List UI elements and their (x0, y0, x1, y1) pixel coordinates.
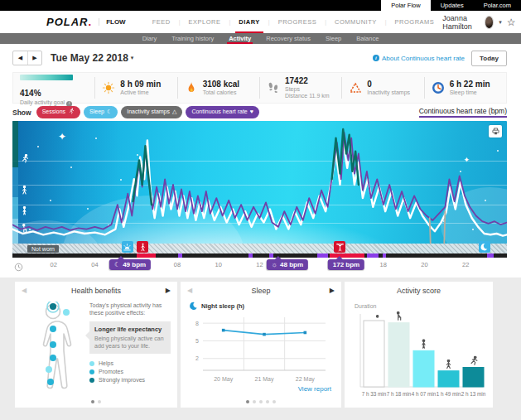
run-person-icon (471, 356, 477, 364)
activity-line (12, 140, 507, 235)
pagination-dots (181, 400, 341, 403)
subnav-item-activity[interactable]: Activity (221, 33, 258, 44)
stat-daily-activity-goal: 414%Daily activity goali (13, 77, 94, 99)
card-header: ◀ Sleep ▶ (181, 287, 341, 298)
nav-item-explore[interactable]: EXPLORE (181, 11, 229, 33)
nav-item-feed[interactable]: FEED (144, 11, 179, 33)
stat-content: 414%Daily activity goali (20, 69, 88, 106)
sleep-start-marker (479, 241, 490, 253)
stat-sleep-time: 6 h 22 minSleep time (424, 77, 506, 99)
card-header: ◀ Health benefits ▶ (15, 287, 177, 298)
heart-rate-svg (12, 121, 507, 244)
topbar-item-polar-com[interactable]: Polar.com (474, 0, 521, 11)
print-button[interactable] (489, 125, 502, 138)
pill-sessions[interactable]: Sessions (36, 106, 80, 118)
pill-label: Inactivity stamps (127, 109, 170, 115)
walk-person-icon (446, 360, 450, 368)
nav-item-community[interactable]: COMMUNITY (326, 11, 385, 33)
warning-icon (349, 81, 362, 94)
score-bar-label: 4 h 07 min (411, 391, 436, 397)
show-filter-row: Show SessionsSleep☾Inactivity stamps△Con… (12, 104, 507, 121)
duration-axis-label: Duration (345, 298, 493, 309)
info-icon: i (373, 55, 379, 61)
subnav-item-diary[interactable]: Diary (135, 33, 165, 44)
card-prev-arrow[interactable]: ◀ (187, 287, 192, 294)
page-dot-3[interactable] (259, 400, 263, 403)
date-dropdown-icon[interactable]: ▾ (131, 55, 134, 61)
score-bar-label: 7 h 18 min (386, 391, 411, 397)
view-report-link[interactable]: View report (298, 385, 331, 393)
score-bar-label: 1 h 49 min (436, 391, 461, 397)
card-next-arrow[interactable]: ▶ (330, 287, 335, 294)
subnav-item-balance[interactable]: Balance (349, 33, 386, 44)
health-benefits-card: ◀ Health benefits ▶ Today's physical act… (15, 282, 177, 408)
topbar-item-polar-flow[interactable]: Polar Flow (381, 0, 430, 11)
stat-content: 8 h 09 minActive time (120, 80, 161, 96)
next-day-button[interactable]: ▶ (27, 51, 41, 65)
stat-content: 6 h 22 minSleep time (450, 80, 490, 96)
card-next-arrow[interactable]: ▶ (166, 287, 171, 294)
page-dot-1[interactable] (246, 400, 249, 403)
time-tick-20: 20 (421, 261, 427, 268)
bpm-value: 172 bpm (333, 261, 359, 268)
sleep-line-chart: 85220 May21 May22 May (190, 312, 332, 389)
bpm-value: 48 bpm (280, 261, 303, 268)
page-dot-4[interactable] (266, 400, 269, 403)
pill-continuous-heart-rate[interactable]: Continuous heart rate♥ (186, 106, 258, 118)
stat-label: Steps (285, 86, 330, 93)
legend-label: Strongly improves (99, 377, 145, 383)
stat-value: 0 (367, 80, 410, 89)
clock-icon (432, 81, 445, 94)
page-dot-2[interactable] (253, 400, 256, 403)
subnav-item-sleep[interactable]: Sleep (318, 33, 349, 44)
logo-text: POLAR (46, 16, 89, 28)
card-prev-arrow[interactable]: ◀ (22, 287, 27, 294)
stat-label: Total calories (203, 89, 240, 96)
sleep-series-label: Night sleep (h) (181, 298, 341, 311)
about-chr-link[interactable]: iAbout Continuous heart rate (373, 55, 465, 62)
sleep-xtick: 22 May (296, 376, 315, 383)
time-tick-02: 02 (51, 261, 57, 268)
flow-label[interactable]: FLOW (99, 18, 126, 26)
pill-sleep[interactable]: Sleep☾ (84, 106, 118, 118)
subnav-item-training-history[interactable]: Training history (164, 33, 221, 44)
nav-item-diary[interactable]: DIARY (230, 11, 268, 33)
chr-axis-label[interactable]: Continuous heart rate (bpm) (419, 107, 507, 118)
pill-label: Sessions (42, 109, 65, 115)
lie-person-icon (369, 316, 378, 318)
pill-inactivity-stamps[interactable]: Inactivity stamps△ (121, 106, 182, 118)
benefit-dot (50, 341, 56, 348)
summary-cards-row: ◀ Health benefits ▶ Today's physical act… (0, 278, 521, 420)
sleep-ytick: 2 (195, 355, 199, 361)
prev-day-button[interactable]: ◀ (13, 51, 27, 65)
app-header: POLAR. FLOW FEED|EXPLORE|DIARY|PROGRESS|… (0, 11, 521, 33)
runner-icon (68, 108, 75, 116)
health-benefits-body: Today's physical activity has these posi… (15, 298, 177, 394)
benefit-legend: HelpsPromotesStrongly improves (89, 360, 171, 383)
topbar-item-updates[interactable]: Updates (431, 0, 474, 11)
filter-pills: SessionsSleep☾Inactivity stamps△Continuo… (36, 106, 259, 118)
activity-goal-bar (20, 75, 73, 80)
page-dot-5[interactable] (273, 400, 276, 403)
bpm-badge-48-bpm: ☼48 bpm (267, 259, 308, 270)
user-name[interactable]: Joanna Hamilton (442, 14, 480, 31)
avatar[interactable] (485, 16, 494, 29)
current-date[interactable]: Tue May 22 2018 (51, 52, 128, 64)
stat-value: 3108 kcal (203, 80, 240, 89)
polar-logo[interactable]: POLAR. (46, 16, 92, 28)
benefit-dot (46, 366, 52, 373)
chevron-down-icon[interactable]: ▾ (499, 19, 502, 26)
favorite-star-icon[interactable]: ☆ (507, 17, 516, 27)
nav-item-programs[interactable]: PROGRAMS (387, 11, 443, 33)
subnav-item-recovery-status[interactable]: Recovery status (258, 33, 318, 44)
nav-item-progress[interactable]: PROGRESS (270, 11, 326, 33)
sleep-ytick: 8 (195, 321, 199, 326)
benefit-dot (63, 309, 70, 316)
legend-dot (89, 361, 94, 366)
page-dot-1[interactable] (91, 400, 94, 403)
stand-person-icon (422, 340, 425, 348)
daily-stats-panel: 414%Daily activity goali8 h 09 minActive… (12, 72, 507, 104)
legend-strongly-improves: Strongly improves (89, 377, 171, 383)
today-button[interactable]: Today (471, 51, 507, 66)
page-dot-2[interactable] (98, 400, 101, 403)
